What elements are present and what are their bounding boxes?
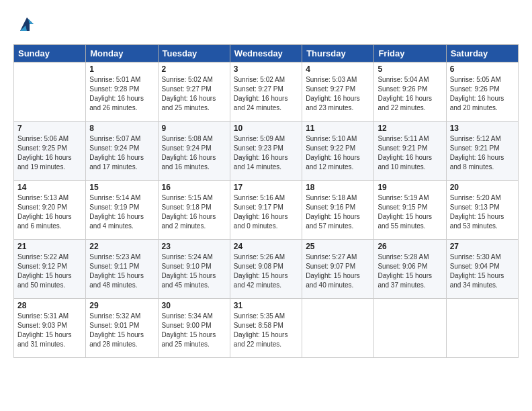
- calendar-cell: 2Sunrise: 5:02 AM Sunset: 9:27 PM Daylig…: [158, 62, 230, 122]
- day-number: 31: [234, 301, 298, 310]
- calendar-cell: 11Sunrise: 5:10 AM Sunset: 9:22 PM Dayli…: [302, 122, 374, 181]
- week-row-5: 28Sunrise: 5:31 AM Sunset: 9:03 PM Dayli…: [14, 299, 519, 358]
- day-info: Sunrise: 5:09 AM Sunset: 9:23 PM Dayligh…: [234, 134, 298, 172]
- logo-icon: [13, 12, 39, 38]
- calendar-cell: 12Sunrise: 5:11 AM Sunset: 9:21 PM Dayli…: [374, 122, 446, 181]
- weekday-header-monday: Monday: [86, 45, 158, 62]
- weekday-header-row: SundayMondayTuesdayWednesdayThursdayFrid…: [14, 45, 519, 62]
- week-row-3: 14Sunrise: 5:13 AM Sunset: 9:20 PM Dayli…: [14, 181, 519, 240]
- calendar-cell: 31Sunrise: 5:35 AM Sunset: 8:58 PM Dayli…: [230, 299, 302, 358]
- calendar-cell: 20Sunrise: 5:20 AM Sunset: 9:13 PM Dayli…: [446, 181, 518, 240]
- day-info: Sunrise: 5:11 AM Sunset: 9:21 PM Dayligh…: [378, 134, 442, 172]
- day-number: 18: [306, 183, 370, 192]
- week-row-1: 1Sunrise: 5:01 AM Sunset: 9:28 PM Daylig…: [14, 62, 519, 122]
- calendar-cell: 10Sunrise: 5:09 AM Sunset: 9:23 PM Dayli…: [230, 122, 302, 181]
- day-number: 29: [89, 301, 154, 310]
- calendar-cell: 9Sunrise: 5:08 AM Sunset: 9:24 PM Daylig…: [158, 122, 230, 181]
- day-info: Sunrise: 5:10 AM Sunset: 9:22 PM Dayligh…: [306, 134, 370, 172]
- calendar-cell: 7Sunrise: 5:06 AM Sunset: 9:25 PM Daylig…: [14, 122, 86, 181]
- day-number: 13: [450, 124, 515, 133]
- day-number: 17: [234, 183, 298, 192]
- day-info: Sunrise: 5:26 AM Sunset: 9:08 PM Dayligh…: [234, 253, 298, 290]
- day-info: Sunrise: 5:01 AM Sunset: 9:28 PM Dayligh…: [89, 75, 154, 113]
- day-number: 7: [17, 124, 82, 133]
- calendar-cell: [446, 299, 518, 358]
- header: [13, 12, 519, 38]
- day-number: 11: [306, 124, 370, 133]
- calendar-cell: 24Sunrise: 5:26 AM Sunset: 9:08 PM Dayli…: [230, 240, 302, 299]
- day-number: 27: [450, 242, 515, 251]
- weekday-header-wednesday: Wednesday: [230, 45, 302, 62]
- day-number: 5: [378, 64, 442, 74]
- calendar-cell: 30Sunrise: 5:34 AM Sunset: 9:00 PM Dayli…: [158, 299, 230, 358]
- day-info: Sunrise: 5:34 AM Sunset: 9:00 PM Dayligh…: [162, 312, 226, 349]
- day-number: 8: [89, 124, 154, 133]
- day-info: Sunrise: 5:15 AM Sunset: 9:18 PM Dayligh…: [162, 193, 226, 231]
- calendar-cell: 26Sunrise: 5:28 AM Sunset: 9:06 PM Dayli…: [374, 240, 446, 299]
- week-row-2: 7Sunrise: 5:06 AM Sunset: 9:25 PM Daylig…: [14, 122, 519, 181]
- day-info: Sunrise: 5:07 AM Sunset: 9:24 PM Dayligh…: [89, 134, 154, 172]
- weekday-header-tuesday: Tuesday: [158, 45, 230, 62]
- calendar-cell: 29Sunrise: 5:32 AM Sunset: 9:01 PM Dayli…: [86, 299, 158, 358]
- day-info: Sunrise: 5:31 AM Sunset: 9:03 PM Dayligh…: [17, 312, 82, 349]
- day-number: 30: [162, 301, 226, 310]
- calendar-cell: [302, 299, 374, 358]
- calendar-cell: 19Sunrise: 5:19 AM Sunset: 9:15 PM Dayli…: [374, 181, 446, 240]
- weekday-header-thursday: Thursday: [302, 45, 374, 62]
- day-number: 23: [162, 242, 226, 251]
- calendar-cell: 8Sunrise: 5:07 AM Sunset: 9:24 PM Daylig…: [86, 122, 158, 181]
- day-number: 20: [450, 183, 515, 192]
- day-info: Sunrise: 5:18 AM Sunset: 9:16 PM Dayligh…: [306, 193, 370, 231]
- calendar-cell: 3Sunrise: 5:02 AM Sunset: 9:27 PM Daylig…: [230, 62, 302, 122]
- calendar-cell: 5Sunrise: 5:04 AM Sunset: 9:26 PM Daylig…: [374, 62, 446, 122]
- day-number: 26: [378, 242, 442, 251]
- day-number: 9: [162, 124, 226, 133]
- calendar-cell: 16Sunrise: 5:15 AM Sunset: 9:18 PM Dayli…: [158, 181, 230, 240]
- calendar-cell: 21Sunrise: 5:22 AM Sunset: 9:12 PM Dayli…: [14, 240, 86, 299]
- calendar-cell: 15Sunrise: 5:14 AM Sunset: 9:19 PM Dayli…: [86, 181, 158, 240]
- day-number: 1: [89, 64, 154, 74]
- calendar-cell: 17Sunrise: 5:16 AM Sunset: 9:17 PM Dayli…: [230, 181, 302, 240]
- day-info: Sunrise: 5:22 AM Sunset: 9:12 PM Dayligh…: [17, 253, 82, 290]
- day-info: Sunrise: 5:19 AM Sunset: 9:15 PM Dayligh…: [378, 193, 442, 231]
- day-number: 6: [450, 64, 515, 74]
- day-info: Sunrise: 5:08 AM Sunset: 9:24 PM Dayligh…: [162, 134, 226, 172]
- day-number: 12: [378, 124, 442, 133]
- calendar-cell: 27Sunrise: 5:30 AM Sunset: 9:04 PM Dayli…: [446, 240, 518, 299]
- day-info: Sunrise: 5:13 AM Sunset: 9:20 PM Dayligh…: [17, 193, 82, 231]
- page: SundayMondayTuesdayWednesdayThursdayFrid…: [0, 0, 532, 365]
- day-number: 3: [234, 64, 298, 74]
- day-info: Sunrise: 5:14 AM Sunset: 9:19 PM Dayligh…: [89, 193, 154, 231]
- day-number: 21: [17, 242, 82, 251]
- day-number: 19: [378, 183, 442, 192]
- calendar-cell: 23Sunrise: 5:24 AM Sunset: 9:10 PM Dayli…: [158, 240, 230, 299]
- day-info: Sunrise: 5:23 AM Sunset: 9:11 PM Dayligh…: [89, 253, 154, 290]
- day-info: Sunrise: 5:05 AM Sunset: 9:26 PM Dayligh…: [450, 75, 515, 113]
- calendar-cell: 14Sunrise: 5:13 AM Sunset: 9:20 PM Dayli…: [14, 181, 86, 240]
- logo: [13, 12, 42, 38]
- weekday-header-sunday: Sunday: [14, 45, 86, 62]
- day-number: 24: [234, 242, 298, 251]
- calendar-cell: 6Sunrise: 5:05 AM Sunset: 9:26 PM Daylig…: [446, 62, 518, 122]
- day-info: Sunrise: 5:32 AM Sunset: 9:01 PM Dayligh…: [89, 312, 154, 349]
- calendar-cell: 28Sunrise: 5:31 AM Sunset: 9:03 PM Dayli…: [14, 299, 86, 358]
- week-row-4: 21Sunrise: 5:22 AM Sunset: 9:12 PM Dayli…: [14, 240, 519, 299]
- day-info: Sunrise: 5:02 AM Sunset: 9:27 PM Dayligh…: [234, 75, 298, 113]
- day-info: Sunrise: 5:04 AM Sunset: 9:26 PM Dayligh…: [378, 75, 442, 113]
- day-info: Sunrise: 5:06 AM Sunset: 9:25 PM Dayligh…: [17, 134, 82, 172]
- calendar-cell: [14, 62, 86, 122]
- day-number: 2: [162, 64, 226, 74]
- day-info: Sunrise: 5:24 AM Sunset: 9:10 PM Dayligh…: [162, 253, 226, 290]
- day-number: 14: [17, 183, 82, 192]
- calendar-cell: 13Sunrise: 5:12 AM Sunset: 9:21 PM Dayli…: [446, 122, 518, 181]
- calendar-cell: 1Sunrise: 5:01 AM Sunset: 9:28 PM Daylig…: [86, 62, 158, 122]
- day-info: Sunrise: 5:27 AM Sunset: 9:07 PM Dayligh…: [306, 253, 370, 290]
- day-info: Sunrise: 5:35 AM Sunset: 8:58 PM Dayligh…: [234, 312, 298, 349]
- calendar-cell: 25Sunrise: 5:27 AM Sunset: 9:07 PM Dayli…: [302, 240, 374, 299]
- calendar-table: SundayMondayTuesdayWednesdayThursdayFrid…: [13, 44, 519, 358]
- day-info: Sunrise: 5:02 AM Sunset: 9:27 PM Dayligh…: [162, 75, 226, 113]
- weekday-header-saturday: Saturday: [446, 45, 518, 62]
- day-info: Sunrise: 5:12 AM Sunset: 9:21 PM Dayligh…: [450, 134, 515, 172]
- calendar-cell: [374, 299, 446, 358]
- day-number: 22: [89, 242, 154, 251]
